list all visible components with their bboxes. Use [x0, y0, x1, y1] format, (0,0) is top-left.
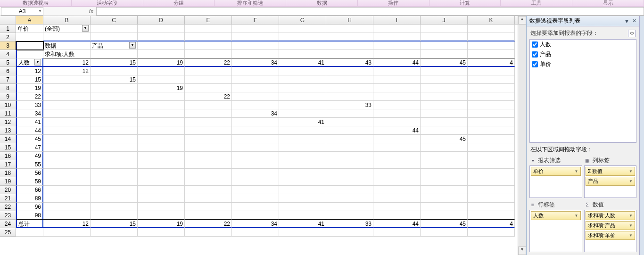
cell[interactable]	[185, 194, 232, 203]
cell[interactable]	[373, 152, 421, 160]
cell[interactable]	[326, 92, 373, 101]
row-header[interactable]: 9	[0, 92, 16, 101]
cell[interactable]	[43, 228, 91, 237]
cell[interactable]	[373, 203, 421, 211]
cell[interactable]	[326, 67, 373, 75]
ribbon-tab[interactable]: 排序和筛选	[215, 0, 286, 7]
cell[interactable]	[326, 126, 373, 135]
cell[interactable]	[279, 50, 326, 58]
pivot-area-filter-box[interactable]: 单价▼	[529, 165, 582, 198]
cell[interactable]	[185, 101, 232, 109]
cell[interactable]: 12	[43, 67, 91, 75]
cell[interactable]: 求和项:人数	[43, 50, 91, 58]
cell[interactable]	[138, 75, 185, 84]
cell[interactable]: 12	[16, 67, 43, 75]
col-header-B[interactable]: B	[43, 16, 91, 24]
cell[interactable]: 数据	[43, 41, 91, 50]
cell[interactable]	[185, 25, 232, 33]
filter-dropdown-icon[interactable]: ▼	[129, 42, 136, 49]
cell[interactable]: 96	[16, 203, 43, 211]
cell[interactable]	[279, 84, 326, 92]
row-header[interactable]: 3	[0, 41, 16, 50]
fx-label[interactable]: fx	[44, 8, 96, 15]
cell[interactable]	[468, 33, 515, 41]
cell[interactable]	[421, 75, 468, 84]
cell[interactable]	[421, 177, 468, 186]
cell[interactable]	[279, 203, 326, 211]
cell[interactable]: 44	[373, 220, 421, 228]
cell[interactable]	[138, 135, 185, 143]
row-header[interactable]: 11	[0, 109, 16, 118]
cell[interactable]	[279, 211, 326, 220]
cell[interactable]	[421, 169, 468, 177]
cell[interactable]: 人数▼	[16, 58, 43, 67]
cell[interactable]	[326, 169, 373, 177]
cell[interactable]	[421, 228, 468, 237]
cell[interactable]	[232, 101, 279, 109]
cell[interactable]	[138, 50, 185, 58]
cell[interactable]	[279, 169, 326, 177]
cell[interactable]	[91, 177, 138, 186]
field-checkbox[interactable]	[532, 51, 538, 58]
cell[interactable]	[232, 152, 279, 160]
cell[interactable]	[43, 33, 91, 41]
cell[interactable]	[43, 75, 91, 84]
cell[interactable]	[421, 50, 468, 58]
cell[interactable]	[232, 41, 279, 50]
pivot-area-rows-box[interactable]: 人数▼	[529, 210, 582, 252]
formula-input[interactable]	[96, 7, 644, 16]
close-icon[interactable]: ✕	[632, 18, 636, 24]
cell[interactable]	[326, 160, 373, 169]
cell[interactable]	[421, 152, 468, 160]
ribbon-tab[interactable]: 工具	[501, 0, 572, 7]
cell[interactable]	[232, 126, 279, 135]
cell[interactable]	[468, 109, 515, 118]
col-header-F[interactable]: F	[232, 16, 279, 24]
cell[interactable]: 34	[232, 109, 279, 118]
row-header[interactable]: 2	[0, 33, 16, 41]
cell[interactable]	[326, 33, 373, 41]
row-header[interactable]: 14	[0, 135, 16, 143]
cell[interactable]	[91, 126, 138, 135]
ribbon-tab[interactable]: 分组	[143, 0, 215, 7]
chevron-down-icon[interactable]: ▼	[629, 214, 633, 218]
cell[interactable]	[16, 228, 43, 237]
cell[interactable]	[185, 143, 232, 152]
cell[interactable]	[421, 194, 468, 203]
cell[interactable]	[373, 186, 421, 194]
row-header[interactable]: 22	[0, 203, 16, 211]
cell[interactable]	[16, 33, 43, 41]
col-header-G[interactable]: G	[279, 16, 326, 24]
cell[interactable]	[185, 152, 232, 160]
cell[interactable]: 41	[279, 118, 326, 126]
cell[interactable]	[232, 84, 279, 92]
cell[interactable]	[185, 75, 232, 84]
cell[interactable]	[185, 118, 232, 126]
cell[interactable]	[138, 160, 185, 169]
cell[interactable]	[421, 33, 468, 41]
cell[interactable]	[373, 118, 421, 126]
cell[interactable]	[43, 84, 91, 92]
cell[interactable]	[373, 67, 421, 75]
cell[interactable]	[43, 160, 91, 169]
ribbon-tab[interactable]: 数据	[286, 0, 358, 7]
ribbon-tab[interactable]: 活动字段	[72, 0, 143, 7]
cell[interactable]	[421, 101, 468, 109]
pivot-field-item[interactable]: 人数	[530, 40, 636, 49]
cell[interactable]	[232, 25, 279, 33]
cell[interactable]	[138, 228, 185, 237]
cell[interactable]	[185, 186, 232, 194]
cell[interactable]	[279, 186, 326, 194]
cell[interactable]	[91, 33, 138, 41]
row-header[interactable]: 16	[0, 152, 16, 160]
cell[interactable]	[185, 67, 232, 75]
cell[interactable]	[279, 143, 326, 152]
row-header[interactable]: 13	[0, 126, 16, 135]
cell[interactable]	[468, 143, 515, 152]
cell[interactable]	[232, 228, 279, 237]
cell[interactable]: 19	[138, 58, 185, 67]
col-header-A[interactable]: A	[16, 16, 43, 24]
cell[interactable]	[91, 67, 138, 75]
cell[interactable]	[91, 152, 138, 160]
cell[interactable]	[43, 169, 91, 177]
